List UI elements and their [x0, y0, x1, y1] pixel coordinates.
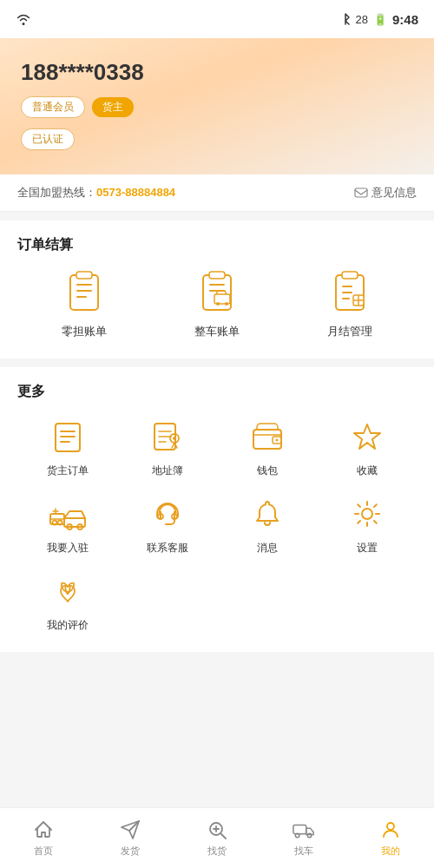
- feedback-link[interactable]: 意见信息: [354, 185, 417, 201]
- battery-level: 28: [356, 13, 368, 26]
- svg-point-33: [275, 439, 278, 442]
- wallet-label: 钱包: [257, 464, 278, 478]
- svg-rect-5: [76, 272, 92, 279]
- profile-phone: 188****0338: [21, 59, 144, 86]
- svg-rect-9: [209, 272, 225, 279]
- hotline-number[interactable]: 0573-88884884: [96, 186, 175, 199]
- svg-rect-1: [70, 275, 98, 310]
- time: 9:48: [392, 12, 418, 27]
- more-item-star[interactable]: 收藏: [317, 417, 417, 478]
- battery-icon: 🔋: [373, 13, 387, 26]
- nav-label-findcargo: 找货: [207, 845, 227, 858]
- nav-item-home[interactable]: 首页: [0, 819, 87, 858]
- order-item-lingdan[interactable]: 零担账单: [62, 270, 107, 339]
- bell-icon: [247, 494, 287, 534]
- order-icon: [48, 417, 88, 457]
- settle-label: 我要入驻: [47, 541, 89, 556]
- nav-label-send: 发货: [121, 845, 140, 858]
- order-settlement-title: 订单结算: [17, 236, 417, 254]
- service-label: 联系客服: [147, 541, 188, 556]
- member-badge: 普通会员: [21, 96, 85, 118]
- hotline-label: 全国加盟热线：: [17, 186, 96, 199]
- svg-rect-21: [56, 424, 80, 451]
- status-bar: 28 🔋 9:48: [0, 0, 434, 38]
- more-item-address[interactable]: 地址簿: [117, 417, 217, 478]
- more-item-review[interactable]: 我的评价: [17, 571, 117, 633]
- svg-point-30: [173, 437, 176, 440]
- star-icon: [347, 417, 387, 457]
- more-title: 更多: [17, 383, 417, 401]
- svg-point-51: [295, 833, 299, 838]
- lingdan-label: 零担账单: [62, 324, 107, 339]
- verified-badge: 已认证: [21, 128, 75, 150]
- home-icon: [32, 819, 55, 841]
- order-item-yuejie[interactable]: 月结管理: [327, 270, 372, 339]
- feedback-label: 意见信息: [372, 185, 417, 201]
- svg-point-11: [216, 302, 220, 306]
- order-settlement-section: 订单结算 零担账单: [0, 220, 434, 358]
- bottom-nav: 首页 发货 找货: [0, 807, 434, 868]
- nav-item-mine[interactable]: 我的: [347, 819, 434, 858]
- settle-icon: [48, 494, 88, 534]
- svg-point-37: [57, 521, 62, 525]
- wifi-icon: [16, 13, 31, 25]
- owner-badge: 货主: [92, 97, 134, 117]
- more-section: 更多 货主订单: [0, 367, 434, 652]
- mail-icon: [354, 187, 368, 199]
- more-item-message[interactable]: 消息: [217, 494, 317, 556]
- zhengche-label: 整车账单: [194, 324, 240, 339]
- service-icon: [148, 494, 187, 534]
- more-item-order[interactable]: 货主订单: [17, 417, 117, 478]
- nav-item-send[interactable]: 发货: [87, 819, 174, 858]
- nav-label-home: 首页: [34, 845, 53, 858]
- svg-rect-10: [214, 294, 230, 304]
- wallet-icon: [247, 417, 287, 457]
- status-left: [16, 13, 31, 25]
- findtruck-icon: [293, 819, 315, 841]
- nav-item-findcargo[interactable]: 找货: [174, 819, 260, 858]
- svg-rect-17: [342, 272, 358, 279]
- svg-point-45: [66, 591, 69, 595]
- hotline-info: 全国加盟热线：0573-88884884: [17, 185, 175, 201]
- order-item-zhengche[interactable]: 整车账单: [194, 270, 240, 339]
- status-right: 28 🔋 9:48: [340, 12, 419, 27]
- hotline-bar: 全国加盟热线：0573-88884884 意见信息: [0, 174, 434, 212]
- more-item-settle[interactable]: 我要入驻: [17, 494, 117, 556]
- more-item-settings[interactable]: 设置: [317, 494, 417, 556]
- lingdan-icon: [62, 270, 107, 315]
- svg-rect-0: [355, 188, 367, 197]
- star-label: 收藏: [357, 464, 378, 478]
- review-label: 我的评价: [47, 618, 89, 633]
- svg-marker-34: [354, 424, 380, 449]
- message-label: 消息: [257, 541, 278, 556]
- more-item-wallet[interactable]: 钱包: [217, 417, 317, 478]
- yuejie-icon: [327, 270, 372, 315]
- settings-icon: [347, 494, 387, 534]
- bluetooth-icon: [340, 12, 351, 26]
- nav-item-findtruck[interactable]: 找车: [260, 819, 347, 858]
- flower-icon: [48, 571, 88, 611]
- nav-label-mine: 我的: [381, 845, 400, 858]
- address-icon: [148, 417, 187, 457]
- findcargo-icon: [206, 819, 228, 841]
- svg-point-53: [387, 823, 394, 830]
- svg-point-12: [225, 302, 228, 306]
- nav-label-findtruck: 找车: [294, 845, 313, 858]
- svg-line-47: [221, 834, 227, 839]
- send-icon: [119, 819, 141, 841]
- order-label: 货主订单: [47, 464, 89, 478]
- person-icon: [379, 819, 402, 841]
- yuejie-label: 月结管理: [327, 324, 372, 339]
- profile-header: 188****0338 普通会员 货主 已认证: [0, 38, 434, 174]
- more-item-service[interactable]: 联系客服: [117, 494, 217, 556]
- settings-label: 设置: [357, 541, 378, 556]
- zhengche-icon: [194, 270, 240, 315]
- svg-rect-50: [293, 825, 306, 833]
- svg-point-52: [307, 833, 312, 838]
- address-label: 地址簿: [152, 464, 183, 478]
- svg-point-36: [52, 521, 56, 525]
